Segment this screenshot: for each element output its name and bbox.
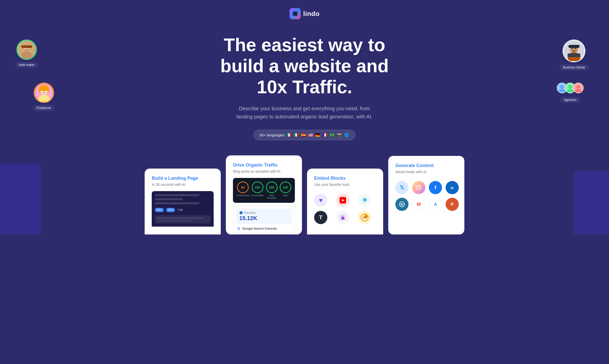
sc-logo: G Google Search Console: [236, 226, 292, 231]
svg-point-26: [560, 85, 564, 89]
hero-subtitle: Describe your business and get everythin…: [233, 104, 376, 121]
feature-cards: Build a Landing Page In 30 seconds with …: [0, 155, 609, 234]
logo-icon: [290, 8, 301, 19]
perf-label-best-practices: Best Practices: [266, 194, 278, 199]
logo[interactable]: lindo: [290, 8, 320, 19]
svg-text:W: W: [400, 203, 404, 206]
sc-clicks-section: 🔵 Total clicks 15.12K: [236, 209, 292, 224]
card-embed-blocks: Embed Blocks Use your favorite tools ♥: [307, 169, 383, 234]
languages-text: 30+ languages: [259, 133, 284, 137]
avatar-freelancer: Freelancer: [33, 83, 55, 111]
logo-text: lindo: [303, 10, 320, 18]
social-icons-grid: 𝕏 f: [395, 178, 457, 213]
zapier-icon: ✻: [361, 197, 368, 204]
svg-text:✻: ✻: [363, 197, 367, 203]
avatar-business-owner-circle: [563, 40, 585, 62]
google-logo-icon: G: [236, 226, 241, 231]
svg-rect-25: [568, 53, 580, 57]
analytics-icon: 100: [361, 213, 369, 222]
perf-label-performance: Performance: [236, 194, 249, 197]
freelancer-label: Freelancer: [33, 105, 55, 111]
avatar-business-owner: Business Owner: [560, 40, 589, 70]
languages-badge: 30+ languages 🇮🇹 🇮🇹 🇪🇸 🇺🇸 🇩🇪 🇫🇷 🇧🇷 📸 🌐: [253, 130, 356, 140]
sc-clicks-value: 15.12K: [239, 215, 257, 222]
agencies-label: Agencies: [560, 97, 580, 103]
svg-text:A: A: [434, 202, 437, 207]
card-traffic-tag: Drive Organic Traffic: [233, 162, 295, 168]
business-owner-face-icon: [564, 41, 584, 61]
svg-point-22: [572, 48, 573, 49]
svg-point-30: [577, 85, 580, 89]
stat-number: 7.8M: [177, 209, 183, 211]
social-icon-producthunt: P: [446, 198, 459, 211]
svg-point-45: [420, 186, 421, 187]
google-ads-icon: A: [432, 201, 439, 208]
search-console-box: 🔵 Total clicks 15.12K G Google Search Co…: [233, 205, 295, 234]
landing-preview: 98% 30% 7.8M: [152, 191, 214, 227]
landing-text-2: [155, 198, 183, 200]
social-icon-linkedin: in: [446, 181, 459, 194]
social-icon-facebook: f: [429, 181, 442, 194]
card-landing-desc: In 30 seconds with AI: [152, 183, 214, 187]
social-icon-wordpress: W: [395, 198, 409, 211]
social-icon-twitter: 𝕏: [395, 181, 409, 194]
twitter-icon: 𝕏: [398, 184, 405, 191]
social-icon-google-ads: A: [429, 198, 442, 211]
flag-emojis: 🇮🇹 🇮🇹 🇪🇸 🇺🇸 🇩🇪 🇫🇷 🇧🇷 📸 🌐: [286, 133, 350, 137]
svg-text:in: in: [451, 186, 454, 190]
svg-rect-8: [21, 45, 32, 48]
svg-rect-24: [568, 45, 580, 48]
bg-left-decoration: [0, 163, 41, 234]
svg-point-16: [39, 87, 41, 93]
avatar-indie-maker-circle: [16, 40, 37, 60]
svg-text:P: P: [451, 202, 453, 207]
embed-icon-heart: ♥: [314, 194, 327, 207]
wordpress-icon: W: [399, 201, 405, 208]
facebook-icon: f: [432, 184, 439, 191]
perf-best-practices: 100 Best Practices: [266, 181, 278, 199]
indie-maker-face-icon: [18, 41, 36, 59]
perf-accessibility: 100 Accessibility: [251, 181, 264, 199]
perf-performance: 96 Performance: [236, 181, 249, 199]
social-icon-gmail: M: [412, 198, 425, 211]
svg-point-17: [47, 87, 49, 93]
svg-text:𝕏: 𝕏: [400, 184, 404, 191]
instagram-icon: [415, 184, 422, 191]
svg-point-44: [418, 187, 420, 189]
sc-click-data: 🔵 Total clicks 15.12K: [239, 211, 257, 222]
svg-point-31: [575, 89, 581, 92]
linkedin-icon: in: [449, 184, 455, 191]
gmail-icon: M: [415, 201, 422, 208]
embed-icon-youtube: [336, 194, 349, 207]
perf-label-accessibility: Accessibility: [251, 194, 264, 197]
hero-title: The easiest way to build a website and 1…: [216, 34, 393, 97]
svg-text:100: 100: [363, 216, 367, 219]
bg-right-decoration: [573, 171, 609, 234]
landing-text-1: [155, 194, 199, 196]
landing-inner-preview: [155, 215, 211, 223]
card-traffic-desc: Blog posts on autopilot with AI: [233, 169, 295, 173]
sc-clicks-label: 🔵 Total clicks: [239, 211, 257, 214]
svg-point-23: [575, 48, 576, 49]
indie-maker-label: Indie maker: [15, 62, 38, 68]
freelancer-face-icon: [35, 84, 53, 102]
svg-point-29: [567, 89, 573, 92]
cards-wrapper: Build a Landing Page In 30 seconds with …: [0, 155, 609, 234]
avatar-indie-maker: Indie maker: [15, 40, 38, 68]
perf-seo: 100 SEO: [280, 181, 291, 199]
stat-pill-2: 30%: [166, 208, 175, 212]
card-generate-content: Generate Content Attract leads with AI 𝕏: [388, 156, 464, 234]
performance-circles: 96 Performance 100 Accessibility 100 Bes…: [233, 178, 295, 203]
agencies-avatar-3: [573, 83, 584, 93]
perf-score-100-seo: 100: [280, 181, 291, 193]
perf-score-100-bp: 100: [266, 181, 278, 193]
card-embed-desc: Use your favorite tools: [314, 183, 376, 187]
social-icon-instagram: [412, 181, 425, 194]
svg-text:M: M: [417, 202, 421, 207]
vercel-icon: [340, 214, 346, 221]
svg-text:f: f: [435, 185, 436, 190]
perf-label-seo: SEO: [283, 194, 288, 197]
avatar-agencies: Agencies: [557, 83, 584, 103]
header: lindo: [0, 0, 609, 24]
svg-rect-1: [294, 12, 296, 15]
